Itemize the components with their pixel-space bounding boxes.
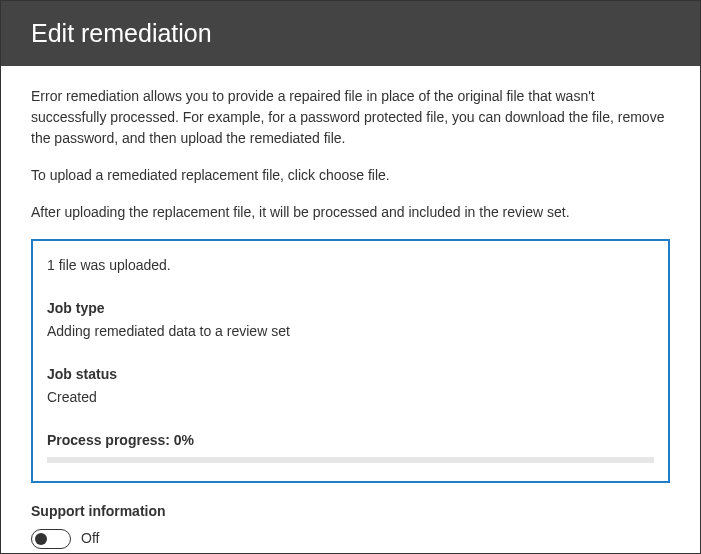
progress-group: Process progress: 0% [47,430,654,463]
support-toggle-state: Off [81,528,99,549]
job-type-label: Job type [47,298,654,319]
toggle-knob [35,533,47,545]
description-text: Error remediation allows you to provide … [31,86,670,149]
support-section: Support information Off [31,501,670,549]
job-type-value: Adding remediated data to a review set [47,321,654,342]
job-status-group: Job status Created [47,364,654,408]
support-toggle-row: Off [31,528,670,549]
content-area: Error remediation allows you to provide … [1,66,700,554]
instruction-2: After uploading the replacement file, it… [31,202,670,223]
progress-label: Process progress: 0% [47,430,654,451]
instruction-1: To upload a remediated replacement file,… [31,165,670,186]
job-type-group: Job type Adding remediated data to a rev… [47,298,654,342]
job-status-label: Job status [47,364,654,385]
job-status-value: Created [47,387,654,408]
upload-message: 1 file was uploaded. [47,255,654,276]
support-toggle[interactable] [31,529,71,549]
page-header: Edit remediation [1,1,700,66]
status-box: 1 file was uploaded. Job type Adding rem… [31,239,670,483]
page-title: Edit remediation [31,19,212,47]
progress-bar [47,457,654,463]
support-label: Support information [31,501,670,522]
